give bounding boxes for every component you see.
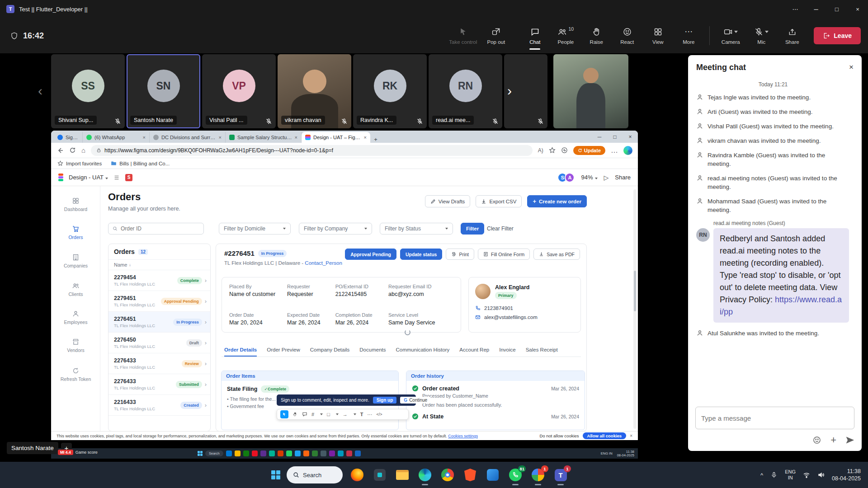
tab-close-icon[interactable]: × (219, 135, 222, 140)
bookmark-item[interactable]: Import favorites (57, 160, 102, 166)
filter-domicile-select[interactable]: Filter by Domicile (219, 223, 291, 235)
sidebar-item-employees[interactable]: Employees (51, 310, 100, 325)
more-button[interactable]: ⋯ More (674, 21, 703, 51)
figma-logo-icon[interactable] (58, 174, 63, 181)
edge-icon[interactable] (417, 467, 433, 483)
back-icon[interactable] (57, 147, 64, 154)
view-button[interactable]: View (643, 21, 672, 51)
volume-icon[interactable] (817, 471, 825, 479)
new-tab-icon[interactable]: + (370, 136, 381, 143)
pinned-app-icon[interactable] (355, 450, 361, 456)
emoji-icon[interactable] (812, 436, 821, 445)
mic-button[interactable]: Mic (747, 21, 776, 51)
pinned-app-icon[interactable] (243, 450, 249, 456)
filter-button[interactable]: Filter (461, 223, 484, 235)
tab-documents[interactable]: Documents (359, 347, 386, 357)
shape-tool-icon[interactable]: □ (327, 412, 330, 417)
tab-company-details[interactable]: Company Details (310, 347, 350, 357)
maximize-icon[interactable]: □ (826, 0, 847, 18)
mini-clock[interactable]: 11:3808-04-2025 (617, 450, 634, 457)
chevron-down-icon[interactable] (320, 413, 323, 415)
browser-tab-active[interactable]: Design - UAT – Figma × (302, 132, 370, 143)
whatsapp-icon[interactable]: 81 (507, 467, 524, 483)
settings-dots-icon[interactable]: … (611, 146, 618, 155)
order-row[interactable]: 2216433TL Flex Holdings LLC Created› (108, 395, 210, 416)
create-order-button[interactable]: + Create new order (527, 195, 587, 207)
sidebar-item-companies[interactable]: Companies (51, 253, 100, 268)
tab-account-rep[interactable]: Account Rep (459, 347, 489, 357)
camera-dropdown-icon[interactable] (734, 31, 738, 33)
tab-close-icon[interactable]: × (143, 135, 146, 140)
pinned-app-icon[interactable] (303, 450, 309, 456)
tab-invoice[interactable]: Invoice (499, 347, 515, 357)
google-continue-button[interactable]: GContinue (400, 397, 431, 404)
leave-button[interactable]: Leave (814, 27, 861, 44)
bookmark-item[interactable]: Bills | Billing and Co... (111, 160, 170, 166)
pinned-app-icon[interactable] (295, 450, 301, 456)
tray-expand-icon[interactable]: ^ (760, 472, 763, 479)
pinned-app-icon[interactable] (235, 450, 241, 456)
approval-pending-button[interactable]: Approval Pending (345, 249, 396, 260)
more-tools-icon[interactable]: ⋯ (368, 412, 373, 418)
sign-up-button[interactable]: Sign up (373, 397, 397, 404)
order-row[interactable]: 2276433TL Flex Holdings LLC Submitted› (108, 374, 210, 395)
attach-plus-icon[interactable]: + (830, 436, 836, 445)
update-button[interactable]: Update (573, 146, 605, 155)
sidebar-item-refresh-token[interactable]: Refresh Token (51, 367, 100, 382)
deny-cookies-button[interactable]: Do not allow cookies (539, 433, 579, 438)
firefox-icon[interactable] (349, 467, 365, 483)
tab-order-details[interactable]: Order Details (224, 347, 257, 357)
wifi-icon[interactable] (803, 471, 810, 479)
tab-close-icon[interactable]: × (364, 135, 367, 140)
comment-tool-icon[interactable] (302, 412, 307, 417)
strip-prev-icon[interactable]: ‹ (38, 84, 42, 98)
export-csv-button[interactable]: Export CSV (476, 195, 522, 207)
teams-taskbar-icon[interactable]: T 1 (552, 467, 569, 483)
browser-minimize-icon[interactable]: ─ (592, 134, 607, 140)
pinned-app-icon[interactable] (286, 450, 292, 456)
browser-tab[interactable]: DC Divisions and Surroundings × (150, 132, 226, 143)
brave-icon[interactable] (462, 467, 478, 483)
clear-filter-button[interactable]: Clear Filter (487, 225, 514, 232)
allow-cookies-button[interactable]: Allow all cookies (583, 432, 627, 439)
favorite-star-icon[interactable] (549, 147, 556, 154)
order-row-selected[interactable]: 2276451TL Flex Holdings LLC In Progress› (108, 312, 210, 333)
connector-tool-icon[interactable]: → (343, 412, 348, 417)
browser-tab[interactable]: Sign in (54, 132, 83, 143)
present-icon[interactable]: ▷ (604, 174, 609, 181)
cookie-settings-link[interactable]: Cookies settings (448, 434, 478, 438)
participant-tile[interactable]: SS Shivani Sup... (51, 54, 125, 128)
mini-language[interactable]: ENG IN (601, 452, 613, 455)
language-indicator[interactable]: ENGIN (785, 469, 796, 481)
update-status-button[interactable]: Update status (400, 249, 442, 260)
hand-tool-icon[interactable] (292, 412, 298, 417)
pinned-app-icon[interactable] (252, 450, 258, 456)
list-column-header[interactable]: Name↓ (108, 259, 210, 270)
tab-order-preview[interactable]: Order Preview (267, 347, 300, 357)
browser-essentials-icon[interactable] (561, 147, 568, 154)
self-video-tile[interactable] (553, 54, 628, 128)
chrome-icon[interactable] (439, 467, 456, 483)
frame-tool-icon[interactable]: # (311, 412, 314, 417)
contact-person-link[interactable]: Contact_Person (305, 260, 342, 266)
order-row[interactable]: 2276450TL Flex Holdings LLC Draft› (108, 333, 210, 353)
pinned-app-icon[interactable] (226, 450, 232, 456)
sidebar-item-orders[interactable]: Orders (51, 225, 100, 240)
window-menu-icon[interactable]: ⋯ (785, 0, 806, 18)
read-aloud-icon[interactable]: A) (538, 147, 543, 154)
order-id-search[interactable] (108, 223, 204, 235)
order-row[interactable]: 2276433TL Flex Holdings LLC Review› (108, 353, 210, 374)
order-id-input[interactable] (121, 225, 199, 232)
zoom-control[interactable]: 94% (581, 174, 597, 181)
taskbar-clock[interactable]: 11:3808-04-2025 (832, 468, 861, 482)
close-icon[interactable]: × (847, 0, 868, 18)
chat-message-input[interactable] (695, 407, 854, 429)
chat-button[interactable]: Chat (520, 21, 549, 51)
chevron-down-icon[interactable] (336, 413, 339, 415)
people-button[interactable]: 10 People (551, 21, 580, 51)
url-field[interactable]: https://www.figma.com/design/9BKQ0FOHRWa… (91, 145, 533, 156)
start-icon[interactable] (198, 451, 203, 456)
code-tool-icon[interactable]: </> (377, 412, 382, 417)
search-pill[interactable]: Search (205, 450, 223, 456)
contact-email[interactable]: alex@vstatefilings.com (475, 314, 574, 320)
